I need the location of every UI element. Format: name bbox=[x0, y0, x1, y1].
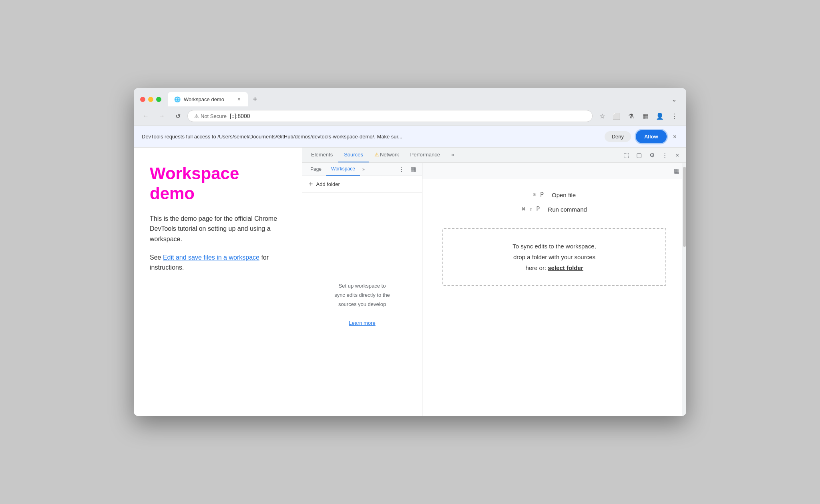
forward-button[interactable]: → bbox=[155, 110, 168, 122]
open-file-shortcut: ⌘ P Open file bbox=[438, 191, 670, 198]
workspace-empty-state: Set up workspace to sync edits directly … bbox=[302, 193, 422, 416]
sub-tab-workspace[interactable]: Workspace bbox=[326, 163, 360, 176]
tab-more[interactable]: » bbox=[446, 148, 460, 162]
devtools-settings-button[interactable]: ⚙ bbox=[646, 150, 657, 161]
sources-sidebar-toggle-button[interactable]: ▦ bbox=[408, 164, 419, 175]
tab-sources-label: Sources bbox=[344, 152, 363, 158]
tab-title: Workspace demo bbox=[184, 96, 233, 102]
sources-more-button[interactable]: ⋮ bbox=[396, 164, 407, 175]
sources-sub-tabs: Page Workspace » ⋮ ▦ bbox=[302, 163, 422, 176]
scrollbar-thumb[interactable] bbox=[683, 167, 686, 247]
tab-network[interactable]: ⚠Network bbox=[369, 148, 405, 162]
devtools-tabs: Elements Sources ⚠Network Performance » … bbox=[302, 148, 686, 163]
minimize-window-button[interactable] bbox=[148, 97, 153, 102]
drop-zone-line2: drop a folder with your sources bbox=[451, 252, 657, 262]
warning-triangle-icon: ⚠ bbox=[194, 113, 199, 119]
page-title: Workspace demo bbox=[150, 164, 286, 204]
run-cmd-label: Run command bbox=[548, 206, 587, 213]
workspace-empty-line2: sync edits directly to the bbox=[334, 290, 390, 300]
tab-dropdown-button[interactable]: ⌄ bbox=[668, 92, 680, 106]
select-folder-link[interactable]: select folder bbox=[548, 264, 583, 271]
page-content: Workspace demo This is the demo page for… bbox=[134, 148, 302, 416]
sources-panel: Page Workspace » ⋮ ▦ + Add folder Set up… bbox=[302, 163, 686, 416]
title-bar: 🌐 Workspace demo × + ⌄ bbox=[134, 88, 686, 106]
notification-close-button[interactable]: × bbox=[671, 132, 678, 142]
bookmark-button[interactable]: ☆ bbox=[596, 110, 609, 122]
tab-sources[interactable]: Sources bbox=[338, 148, 369, 162]
add-folder-label: Add folder bbox=[316, 181, 340, 187]
menu-button[interactable]: ⋮ bbox=[668, 110, 681, 122]
browser-window: 🌐 Workspace demo × + ⌄ ← → ↺ ⚠ Not Secur… bbox=[134, 88, 686, 416]
devtools-responsive-button[interactable]: ▢ bbox=[633, 150, 645, 161]
nav-bar: ← → ↺ ⚠ Not Secure [::]:8000 ☆ ⬜ ⚗ ▦ 👤 ⋮ bbox=[134, 106, 686, 126]
run-cmd-keys: ⌘ ⇧ P bbox=[522, 206, 540, 213]
network-warning-icon: ⚠ bbox=[374, 152, 379, 158]
devtools-cursor-button[interactable]: ⬚ bbox=[621, 150, 632, 161]
notification-bar: DevTools requests full access to /Users/… bbox=[134, 126, 686, 148]
active-tab[interactable]: 🌐 Workspace demo × bbox=[168, 92, 248, 106]
sources-sub-actions: ⋮ ▦ bbox=[396, 164, 419, 175]
workspace-empty-line3: sources you develop bbox=[338, 300, 386, 309]
address-bar[interactable]: ⚠ Not Secure [::]:8000 bbox=[187, 110, 593, 122]
drop-zone-line3: here or: select folder bbox=[451, 262, 657, 273]
devtools-close-button[interactable]: × bbox=[672, 150, 683, 161]
cursor-icon: ⬚ bbox=[623, 152, 629, 159]
notification-text: DevTools requests full access to /Users/… bbox=[142, 134, 600, 140]
profile-button[interactable]: 👤 bbox=[653, 110, 666, 122]
sidebar-button[interactable]: ▦ bbox=[639, 110, 652, 122]
sub-tab-more[interactable]: » bbox=[360, 165, 367, 173]
tabs-bar: 🌐 Workspace demo × + ⌄ bbox=[168, 92, 680, 106]
allow-button[interactable]: Allow bbox=[636, 130, 667, 143]
extension-button[interactable]: ⬜ bbox=[610, 110, 623, 122]
tab-performance[interactable]: Performance bbox=[405, 148, 446, 162]
maximize-window-button[interactable] bbox=[156, 97, 161, 102]
editor-area: ▦ ⌘ P Open file ⌘ ⇧ P Run command To syn… bbox=[422, 163, 686, 416]
drop-zone-line1: To sync edits to the workspace, bbox=[451, 241, 657, 252]
editor-main: ⌘ P Open file ⌘ ⇧ P Run command To sync … bbox=[422, 179, 686, 416]
learn-more-link[interactable]: Learn more bbox=[349, 318, 375, 328]
tab-performance-label: Performance bbox=[410, 152, 440, 158]
editor-sidebar-toggle-button[interactable]: ▦ bbox=[671, 165, 682, 176]
deny-button[interactable]: Deny bbox=[605, 131, 631, 142]
tab-more-label: » bbox=[451, 152, 454, 158]
open-file-keys: ⌘ P bbox=[533, 191, 544, 198]
close-window-button[interactable] bbox=[140, 97, 145, 102]
new-tab-button[interactable]: + bbox=[248, 92, 262, 106]
devtools-panel: Elements Sources ⚠Network Performance » … bbox=[302, 148, 686, 416]
reload-button[interactable]: ↺ bbox=[171, 110, 184, 122]
open-file-label: Open file bbox=[552, 192, 576, 198]
sub-tab-page[interactable]: Page bbox=[305, 163, 326, 175]
sources-sidebar: Page Workspace » ⋮ ▦ + Add folder Set up… bbox=[302, 163, 422, 416]
tab-close-button[interactable]: × bbox=[237, 95, 241, 103]
drop-zone[interactable]: To sync edits to the workspace, drop a f… bbox=[442, 228, 666, 286]
responsive-icon: ▢ bbox=[636, 152, 642, 159]
page-body-paragraph1: This is the demo page for the official C… bbox=[150, 214, 286, 244]
drop-zone-prefix: here or: bbox=[525, 264, 548, 271]
workspace-empty-line1: Set up workspace to bbox=[339, 281, 386, 290]
add-folder-button[interactable]: + Add folder bbox=[302, 176, 422, 193]
run-command-shortcut: ⌘ ⇧ P Run command bbox=[438, 206, 670, 213]
not-secure-indicator: ⚠ Not Secure bbox=[194, 113, 227, 119]
tab-favicon-icon: 🌐 bbox=[174, 96, 181, 102]
tab-elements-label: Elements bbox=[311, 152, 333, 158]
not-secure-label: Not Secure bbox=[201, 113, 227, 119]
devtools-actions: ⬚ ▢ ⚙ ⋮ × bbox=[621, 150, 683, 161]
back-button[interactable]: ← bbox=[139, 110, 152, 122]
nav-actions: ☆ ⬜ ⚗ ▦ 👤 ⋮ bbox=[596, 110, 681, 122]
editor-toolbar: ▦ bbox=[422, 163, 686, 179]
labs-button[interactable]: ⚗ bbox=[625, 110, 637, 122]
add-folder-icon: + bbox=[309, 180, 313, 188]
tab-elements[interactable]: Elements bbox=[305, 148, 338, 162]
tab-network-label: Network bbox=[380, 152, 399, 158]
devtools-more-button[interactable]: ⋮ bbox=[659, 150, 670, 161]
url-text: [::]:8000 bbox=[230, 113, 250, 119]
main-content: Workspace demo This is the demo page for… bbox=[134, 148, 686, 416]
scrollbar[interactable] bbox=[682, 163, 686, 416]
page-body-paragraph2: See Edit and save files in a workspace f… bbox=[150, 252, 286, 273]
traffic-lights bbox=[140, 97, 161, 102]
workspace-link[interactable]: Edit and save files in a workspace bbox=[163, 254, 259, 261]
page-body-prefix: See bbox=[150, 254, 163, 261]
